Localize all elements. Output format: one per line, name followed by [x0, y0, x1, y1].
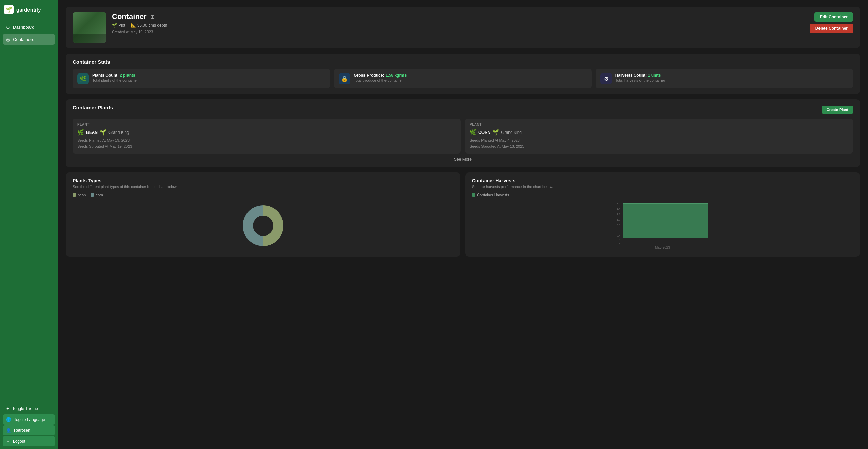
- y-label-0-6: 0.6: [617, 229, 621, 232]
- sidebar-item-dashboard[interactable]: ⊙ Dashboard: [3, 22, 55, 33]
- plant-name-row-bean: 🌿 BEAN 🌱 Grand King: [77, 129, 456, 136]
- container-info: Container ⊞ 🌱 Plot 📐 35.00 cms depth Cre…: [112, 12, 805, 34]
- bean-plant-name: BEAN: [86, 130, 98, 135]
- plants-types-chart-desc: See the different plant types of this co…: [73, 185, 454, 189]
- container-thumbnail: [73, 12, 106, 43]
- plants-count-icon-box: 🌿: [77, 73, 89, 84]
- toggle-theme-label: Toggle Theme: [12, 406, 38, 411]
- gross-produce-value: 1.58 kgrms: [386, 73, 407, 78]
- create-plant-button[interactable]: Create Plant: [822, 106, 853, 114]
- plants-count-icon: 🌿: [80, 76, 86, 82]
- user-label: Retrosen: [14, 428, 31, 433]
- harvests-count-icon: ⚙: [604, 76, 609, 82]
- legend-harvests-label: Container Harvests: [477, 193, 509, 197]
- meta-type: 🌱 Plot: [112, 23, 125, 28]
- container-title-row: Container ⊞: [112, 12, 805, 21]
- corn-plant-dates: Seeds Planted At May 4, 2023 Seeds Sprou…: [470, 138, 848, 149]
- sidebar-item-dashboard-label: Dashboard: [13, 25, 35, 30]
- corn-plant-variety: Grand King: [501, 130, 522, 135]
- harvest-bar-top: [623, 203, 708, 204]
- y-label-1-0: 1.0: [617, 218, 621, 221]
- container-plants-card: Container Plants Create Plant PLANT 🌿 BE…: [66, 99, 860, 167]
- plant-card-corn: PLANT 🌿 CORN 🌱 Grand King Seeds Planted …: [465, 119, 853, 154]
- container-thumb-image: [73, 12, 106, 43]
- delete-container-button[interactable]: Delete Container: [810, 24, 853, 33]
- depth-icon: 📐: [131, 23, 136, 28]
- y-label-1-4: 1.4: [617, 207, 621, 210]
- harvests-chart-title: Container Harvests: [472, 178, 853, 183]
- y-label-0-4: 0.4: [617, 234, 621, 237]
- grid-icon[interactable]: ⊞: [150, 14, 155, 20]
- logo-area[interactable]: 🌱 gardentify: [0, 0, 58, 19]
- toggle-theme-item[interactable]: ✦ Toggle Theme: [3, 404, 55, 414]
- meta-depth: 📐 35.00 cms depth: [131, 23, 167, 28]
- corn-variety-icon: 🌱: [492, 129, 499, 136]
- toggle-theme-icon: ✦: [6, 406, 9, 411]
- plants-count-desc: Total plants of the container: [92, 78, 138, 82]
- pie-chart-wrapper: [73, 200, 454, 251]
- corn-plant-icon: 🌿: [470, 129, 476, 136]
- bar-chart-area: 1.6 1.4 1.2 1.0 0.8 0.6 0.4 0.2 0: [472, 200, 853, 244]
- container-created-date: Created at May 19, 2023: [112, 30, 805, 34]
- container-actions: Edit Container Delete Container: [810, 12, 853, 33]
- charts-row: Plants Types See the different plant typ…: [66, 172, 860, 257]
- plants-count-content: Plants Count: 2 plants Total plants of t…: [92, 73, 138, 82]
- logout-item[interactable]: → Logout: [3, 436, 55, 446]
- container-type: Plot: [118, 23, 125, 28]
- legend-corn: corn: [91, 193, 103, 197]
- corn-plant-name: CORN: [478, 130, 490, 135]
- harvests-count-title: Harvests Count: 1 units: [615, 73, 665, 78]
- toggle-language-item[interactable]: 🌐 Toggle Language: [3, 414, 55, 425]
- plant-name-row-corn: 🌿 CORN 🌱 Grand King: [470, 129, 848, 136]
- toggle-language-label: Toggle Language: [14, 417, 45, 422]
- stat-plants-count: 🌿 Plants Count: 2 plants Total plants of…: [73, 69, 330, 88]
- see-more-link[interactable]: See More: [73, 157, 853, 162]
- y-label-0-2: 0.2: [617, 238, 621, 241]
- bar-x-label: May 2023: [472, 246, 853, 249]
- plants-count-title: Plants Count: 2 plants: [92, 73, 138, 78]
- y-label-1-2: 1.2: [617, 213, 621, 216]
- pie-chart-svg: [241, 204, 285, 248]
- plants-grid: PLANT 🌿 BEAN 🌱 Grand King Seeds Planted …: [73, 119, 853, 154]
- bean-plant-icon: 🌿: [77, 129, 84, 136]
- plot-icon: 🌱: [112, 23, 117, 28]
- legend-bean-label: bean: [78, 193, 86, 197]
- y-label-0: 0: [619, 241, 621, 244]
- plants-types-chart-title: Plants Types: [73, 178, 454, 183]
- containers-icon: ◎: [6, 37, 10, 42]
- bar-chart-svg: 1.6 1.4 1.2 1.0 0.8 0.6 0.4 0.2 0: [472, 200, 853, 244]
- logo-icon: 🌱: [4, 5, 14, 14]
- toggle-language-icon: 🌐: [6, 417, 11, 422]
- plants-types-legend: bean corn: [73, 193, 454, 197]
- plants-count-value: 2 plants: [120, 73, 135, 78]
- legend-bean-dot: [73, 193, 76, 197]
- plant-card-bean: PLANT 🌿 BEAN 🌱 Grand King Seeds Planted …: [73, 119, 461, 154]
- main-content: Container ⊞ 🌱 Plot 📐 35.00 cms depth Cre…: [58, 0, 868, 449]
- user-profile-item[interactable]: 👤 Retrosen: [3, 425, 55, 435]
- stats-grid: 🌿 Plants Count: 2 plants Total plants of…: [73, 69, 853, 88]
- sidebar-item-containers-label: Containers: [13, 37, 34, 42]
- bean-variety-icon: 🌱: [100, 129, 106, 136]
- plants-types-chart-card: Plants Types See the different plant typ…: [66, 172, 460, 257]
- user-icon: 👤: [6, 428, 11, 433]
- harvests-chart-desc: See the harvests performance in the char…: [472, 185, 853, 189]
- legend-bean: bean: [73, 193, 86, 197]
- gross-produce-title: Gross Produce: 1.58 kgrms: [354, 73, 407, 78]
- sidebar: 🌱 gardentify ⊙ Dashboard ◎ Containers ✦ …: [0, 0, 58, 449]
- container-title: Container: [112, 12, 147, 21]
- gross-produce-content: Gross Produce: 1.58 kgrms Total produce …: [354, 73, 407, 82]
- container-header-card: Container ⊞ 🌱 Plot 📐 35.00 cms depth Cre…: [66, 7, 860, 48]
- legend-corn-label: corn: [96, 193, 103, 197]
- harvests-count-icon-box: ⚙: [600, 73, 612, 84]
- plants-section-title: Container Plants: [73, 105, 113, 110]
- stat-harvests-count: ⚙ Harvests Count: 1 units Total harvests…: [596, 69, 853, 88]
- harvests-count-content: Harvests Count: 1 units Total harvests o…: [615, 73, 665, 82]
- legend-harvests-dot: [472, 193, 475, 197]
- edit-container-button[interactable]: Edit Container: [814, 12, 853, 22]
- harvest-bar: [623, 203, 708, 238]
- sidebar-item-containers[interactable]: ◎ Containers: [3, 34, 55, 45]
- gross-produce-icon: 🔒: [341, 76, 348, 82]
- legend-corn-dot: [91, 193, 94, 197]
- sidebar-bottom: ✦ Toggle Theme 🌐 Toggle Language 👤 Retro…: [0, 401, 58, 449]
- logout-label: Logout: [13, 439, 25, 444]
